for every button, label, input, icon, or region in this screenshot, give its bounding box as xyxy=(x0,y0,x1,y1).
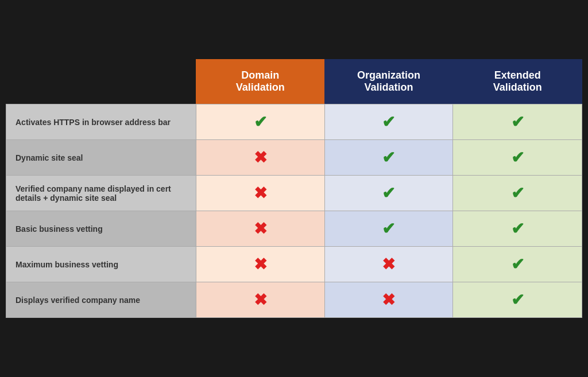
ov-header-line2: Validation xyxy=(364,81,413,93)
ev-cell: ✔ xyxy=(453,104,582,140)
ov-header-line1: Organization xyxy=(357,69,420,81)
feature-cell: Basic business vetting xyxy=(6,211,196,247)
ev-cell: ✔ xyxy=(453,282,582,318)
feature-header xyxy=(6,59,196,104)
dv-cell: ✖ xyxy=(196,176,324,211)
ov-cell: ✖ xyxy=(324,282,453,318)
ov-header: Organization Validation xyxy=(324,59,453,104)
comparison-table: Domain Validation Organization Validatio… xyxy=(6,59,582,318)
ev-header: Extended Validation xyxy=(453,59,582,104)
table-row: Maximum business vetting✖✖✔ xyxy=(6,247,582,282)
table-row: Dynamic site seal✖✔✔ xyxy=(6,140,582,176)
check-icon: ✔ xyxy=(511,219,524,238)
ev-cell: ✔ xyxy=(453,140,582,176)
ov-cell: ✔ xyxy=(324,104,453,140)
cross-icon: ✖ xyxy=(254,148,267,167)
dv-header: Domain Validation xyxy=(196,59,324,104)
check-icon: ✔ xyxy=(382,219,395,238)
dv-cell: ✖ xyxy=(196,247,324,282)
feature-cell: Dynamic site seal xyxy=(6,140,196,176)
ov-cell: ✖ xyxy=(324,247,453,282)
dv-header-line1: Domain xyxy=(241,69,279,81)
ov-cell: ✔ xyxy=(324,140,453,176)
check-icon: ✔ xyxy=(382,112,395,131)
ov-cell: ✔ xyxy=(324,211,453,247)
feature-cell: Verified company name displayed in cert … xyxy=(6,176,196,211)
cross-icon: ✖ xyxy=(254,290,267,309)
feature-cell: Activates HTTPS in browser address bar xyxy=(6,104,196,140)
ev-header-line2: Validation xyxy=(493,81,542,93)
dv-cell: ✖ xyxy=(196,282,324,318)
cross-icon: ✖ xyxy=(254,219,267,238)
check-icon: ✔ xyxy=(511,184,524,203)
cross-icon: ✖ xyxy=(382,255,395,274)
ev-cell: ✔ xyxy=(453,211,582,247)
feature-cell: Maximum business vetting xyxy=(6,247,196,282)
table-row: Basic business vetting✖✔✔ xyxy=(6,211,582,247)
cross-icon: ✖ xyxy=(382,290,395,309)
check-icon: ✔ xyxy=(511,290,524,309)
dv-cell: ✖ xyxy=(196,211,324,247)
dv-header-line2: Validation xyxy=(236,81,285,93)
check-icon: ✔ xyxy=(254,112,267,131)
cross-icon: ✖ xyxy=(254,184,267,203)
dv-cell: ✖ xyxy=(196,140,324,176)
ev-cell: ✔ xyxy=(453,247,582,282)
ev-cell: ✔ xyxy=(453,176,582,211)
feature-cell: Displays verified company name xyxy=(6,282,196,318)
check-icon: ✔ xyxy=(511,255,524,274)
table-row: Verified company name displayed in cert … xyxy=(6,176,582,211)
table-row: Displays verified company name✖✖✔ xyxy=(6,282,582,318)
ev-header-line1: Extended xyxy=(494,69,541,81)
check-icon: ✔ xyxy=(382,184,395,203)
comparison-table-container: Domain Validation Organization Validatio… xyxy=(0,0,588,377)
table-row: Activates HTTPS in browser address bar✔✔… xyxy=(6,104,582,140)
check-icon: ✔ xyxy=(511,112,524,131)
cross-icon: ✖ xyxy=(254,255,267,274)
ov-cell: ✔ xyxy=(324,176,453,211)
check-icon: ✔ xyxy=(511,148,524,167)
dv-cell: ✔ xyxy=(196,104,324,140)
check-icon: ✔ xyxy=(382,148,395,167)
